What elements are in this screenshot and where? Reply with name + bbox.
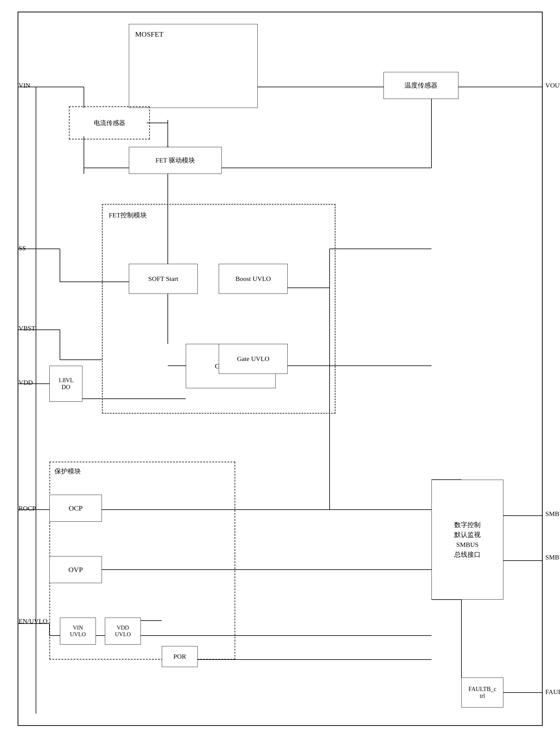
vin-uvlo-block: VIN UVLO bbox=[60, 618, 96, 645]
temp-sensor-block: 温度传感器 bbox=[384, 72, 458, 99]
digital-ctrl-block: 数字控制 默认监视 SMBUS 总线接口 bbox=[431, 480, 503, 600]
en-uvlo-pin-label: EN/UVLO bbox=[19, 617, 45, 626]
faultb-pin-label: FAULTB bbox=[545, 688, 560, 696]
vdd-uvlo-block: VDD UVLO bbox=[105, 618, 141, 645]
rocp-pin-label: ROCP bbox=[19, 505, 36, 512]
soft-start-block: SOFT Start bbox=[129, 264, 198, 294]
fet-drive-block: FET 驱动模块 bbox=[129, 147, 222, 174]
gate-uvlo-block: Gate UVLO bbox=[219, 344, 288, 374]
boost-uvlo-block: Boost UVLO bbox=[219, 264, 288, 294]
ldo-block: 1.8VL DO bbox=[49, 366, 82, 402]
ovp-block: OVP bbox=[49, 556, 102, 583]
faultb-ctrl-block: FAULTB_c trl bbox=[461, 678, 503, 708]
vbst-pin-label: VBST bbox=[19, 324, 35, 332]
vin-pin-label: VIN bbox=[19, 82, 30, 89]
por-block: POR bbox=[162, 646, 198, 667]
ss-pin-label: SS bbox=[19, 244, 26, 252]
vdd-pin-label: VDD bbox=[19, 379, 33, 386]
current-sensor-block: 电流传感器 bbox=[69, 106, 150, 139]
smbus-clk-pin-label: SMBUS_CLK bbox=[545, 553, 560, 562]
diagram-container: VIN VOUT SS VBST VDD ROCP EN/UVLO SMBUS_… bbox=[0, 0, 560, 745]
mosfet-block: MOSFET bbox=[129, 24, 258, 108]
vout-pin-label: VOUT bbox=[545, 82, 560, 89]
smbus-data-pin-label: SMBUS_DATA bbox=[545, 510, 560, 518]
ocp-block: OCP bbox=[49, 495, 102, 522]
